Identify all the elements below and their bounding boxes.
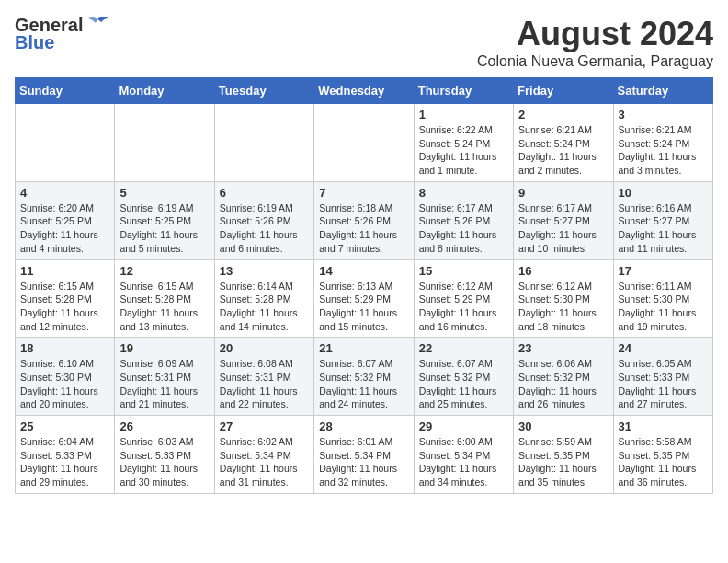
calendar-week-row: 25Sunrise: 6:04 AM Sunset: 5:33 PM Dayli… bbox=[16, 416, 713, 494]
day-info: Sunrise: 6:11 AM Sunset: 5:30 PM Dayligh… bbox=[619, 280, 708, 334]
calendar-cell: 20Sunrise: 6:08 AM Sunset: 5:31 PM Dayli… bbox=[214, 338, 313, 416]
day-number: 6 bbox=[220, 186, 309, 200]
weekday-header-wednesday: Wednesday bbox=[314, 78, 414, 104]
calendar-week-row: 18Sunrise: 6:10 AM Sunset: 5:30 PM Dayli… bbox=[16, 338, 713, 416]
day-info: Sunrise: 6:00 AM Sunset: 5:34 PM Dayligh… bbox=[419, 435, 508, 489]
day-number: 20 bbox=[220, 341, 309, 355]
day-number: 13 bbox=[220, 264, 309, 278]
day-number: 11 bbox=[20, 264, 109, 278]
day-info: Sunrise: 6:17 AM Sunset: 5:26 PM Dayligh… bbox=[419, 201, 508, 256]
day-info: Sunrise: 6:16 AM Sunset: 5:27 PM Dayligh… bbox=[619, 201, 708, 256]
day-info: Sunrise: 6:06 AM Sunset: 5:32 PM Dayligh… bbox=[518, 357, 608, 411]
weekday-header-saturday: Saturday bbox=[613, 78, 712, 104]
day-info: Sunrise: 6:22 AM Sunset: 5:24 PM Dayligh… bbox=[419, 123, 508, 178]
calendar-cell: 28Sunrise: 6:01 AM Sunset: 5:34 PM Dayli… bbox=[314, 416, 414, 494]
day-info: Sunrise: 6:13 AM Sunset: 5:29 PM Dayligh… bbox=[319, 280, 408, 334]
day-info: Sunrise: 6:15 AM Sunset: 5:28 PM Dayligh… bbox=[119, 280, 209, 334]
calendar-cell: 9Sunrise: 6:17 AM Sunset: 5:27 PM Daylig… bbox=[514, 181, 613, 259]
day-number: 8 bbox=[419, 186, 508, 200]
day-number: 4 bbox=[20, 186, 109, 200]
logo-blue-text: Blue bbox=[15, 32, 54, 53]
day-number: 18 bbox=[20, 341, 109, 355]
page-header: General Blue August 2024 Colonia Nueva G… bbox=[15, 15, 713, 70]
calendar-cell: 10Sunrise: 6:16 AM Sunset: 5:27 PM Dayli… bbox=[613, 181, 712, 259]
logo: General Blue bbox=[15, 15, 110, 53]
calendar-cell: 4Sunrise: 6:20 AM Sunset: 5:25 PM Daylig… bbox=[16, 181, 115, 259]
calendar-cell: 26Sunrise: 6:03 AM Sunset: 5:33 PM Dayli… bbox=[115, 416, 214, 494]
calendar-week-row: 4Sunrise: 6:20 AM Sunset: 5:25 PM Daylig… bbox=[16, 181, 713, 259]
day-number: 19 bbox=[119, 341, 209, 355]
day-number: 5 bbox=[119, 186, 209, 200]
day-info: Sunrise: 6:20 AM Sunset: 5:25 PM Dayligh… bbox=[20, 201, 109, 256]
day-number: 29 bbox=[419, 419, 508, 433]
calendar-table: SundayMondayTuesdayWednesdayThursdayFrid… bbox=[15, 77, 713, 494]
weekday-header-monday: Monday bbox=[115, 78, 214, 104]
calendar-cell: 2Sunrise: 6:21 AM Sunset: 5:24 PM Daylig… bbox=[514, 104, 613, 182]
day-info: Sunrise: 6:08 AM Sunset: 5:31 PM Dayligh… bbox=[220, 357, 309, 411]
title-block: August 2024 Colonia Nueva Germania, Para… bbox=[477, 15, 713, 70]
calendar-cell: 15Sunrise: 6:12 AM Sunset: 5:29 PM Dayli… bbox=[414, 259, 513, 338]
day-info: Sunrise: 6:17 AM Sunset: 5:27 PM Dayligh… bbox=[518, 201, 608, 256]
calendar-cell: 3Sunrise: 6:21 AM Sunset: 5:24 PM Daylig… bbox=[613, 104, 712, 182]
day-number: 31 bbox=[619, 419, 708, 433]
day-number: 2 bbox=[518, 108, 608, 121]
day-info: Sunrise: 6:15 AM Sunset: 5:28 PM Dayligh… bbox=[20, 280, 109, 334]
calendar-cell: 16Sunrise: 6:12 AM Sunset: 5:30 PM Dayli… bbox=[514, 259, 613, 338]
day-number: 16 bbox=[518, 264, 608, 278]
calendar-cell: 23Sunrise: 6:06 AM Sunset: 5:32 PM Dayli… bbox=[514, 338, 613, 416]
weekday-header-sunday: Sunday bbox=[16, 78, 115, 104]
day-number: 17 bbox=[619, 264, 708, 278]
calendar-cell: 31Sunrise: 5:58 AM Sunset: 5:35 PM Dayli… bbox=[613, 416, 712, 494]
day-info: Sunrise: 6:02 AM Sunset: 5:34 PM Dayligh… bbox=[220, 435, 309, 489]
calendar-cell: 19Sunrise: 6:09 AM Sunset: 5:31 PM Dayli… bbox=[115, 338, 214, 416]
day-number: 25 bbox=[20, 419, 109, 433]
calendar-cell: 27Sunrise: 6:02 AM Sunset: 5:34 PM Dayli… bbox=[214, 416, 313, 494]
weekday-header-thursday: Thursday bbox=[414, 78, 513, 104]
day-number: 28 bbox=[319, 419, 408, 433]
day-info: Sunrise: 6:04 AM Sunset: 5:33 PM Dayligh… bbox=[20, 435, 109, 489]
calendar-week-row: 11Sunrise: 6:15 AM Sunset: 5:28 PM Dayli… bbox=[16, 259, 713, 338]
day-info: Sunrise: 5:58 AM Sunset: 5:35 PM Dayligh… bbox=[619, 435, 708, 489]
weekday-header-row: SundayMondayTuesdayWednesdayThursdayFrid… bbox=[16, 78, 713, 104]
calendar-cell: 6Sunrise: 6:19 AM Sunset: 5:26 PM Daylig… bbox=[214, 181, 313, 259]
day-number: 27 bbox=[220, 419, 309, 433]
calendar-cell: 22Sunrise: 6:07 AM Sunset: 5:32 PM Dayli… bbox=[414, 338, 513, 416]
month-year-title: August 2024 bbox=[477, 15, 713, 53]
day-number: 7 bbox=[319, 186, 408, 200]
day-info: Sunrise: 6:14 AM Sunset: 5:28 PM Dayligh… bbox=[220, 280, 309, 334]
day-info: Sunrise: 6:19 AM Sunset: 5:25 PM Dayligh… bbox=[119, 201, 209, 256]
day-info: Sunrise: 6:05 AM Sunset: 5:33 PM Dayligh… bbox=[619, 357, 708, 411]
calendar-cell: 30Sunrise: 5:59 AM Sunset: 5:35 PM Dayli… bbox=[514, 416, 613, 494]
calendar-cell: 12Sunrise: 6:15 AM Sunset: 5:28 PM Dayli… bbox=[115, 259, 214, 338]
calendar-cell: 5Sunrise: 6:19 AM Sunset: 5:25 PM Daylig… bbox=[115, 181, 214, 259]
location-subtitle: Colonia Nueva Germania, Paraguay bbox=[477, 53, 713, 70]
calendar-cell bbox=[16, 104, 115, 182]
logo-bird-icon bbox=[85, 16, 110, 36]
day-info: Sunrise: 6:12 AM Sunset: 5:29 PM Dayligh… bbox=[419, 280, 508, 334]
day-info: Sunrise: 6:01 AM Sunset: 5:34 PM Dayligh… bbox=[319, 435, 408, 489]
calendar-cell: 7Sunrise: 6:18 AM Sunset: 5:26 PM Daylig… bbox=[314, 181, 414, 259]
day-number: 30 bbox=[518, 419, 608, 433]
calendar-cell: 8Sunrise: 6:17 AM Sunset: 5:26 PM Daylig… bbox=[414, 181, 513, 259]
calendar-cell: 13Sunrise: 6:14 AM Sunset: 5:28 PM Dayli… bbox=[214, 259, 313, 338]
day-number: 15 bbox=[419, 264, 508, 278]
calendar-cell: 1Sunrise: 6:22 AM Sunset: 5:24 PM Daylig… bbox=[414, 104, 513, 182]
day-info: Sunrise: 6:07 AM Sunset: 5:32 PM Dayligh… bbox=[319, 357, 408, 411]
calendar-week-row: 1Sunrise: 6:22 AM Sunset: 5:24 PM Daylig… bbox=[16, 104, 713, 182]
day-number: 22 bbox=[419, 341, 508, 355]
calendar-cell bbox=[314, 104, 414, 182]
calendar-cell bbox=[214, 104, 313, 182]
day-info: Sunrise: 6:07 AM Sunset: 5:32 PM Dayligh… bbox=[419, 357, 508, 411]
weekday-header-tuesday: Tuesday bbox=[214, 78, 313, 104]
day-info: Sunrise: 6:18 AM Sunset: 5:26 PM Dayligh… bbox=[319, 201, 408, 256]
calendar-cell: 21Sunrise: 6:07 AM Sunset: 5:32 PM Dayli… bbox=[314, 338, 414, 416]
day-info: Sunrise: 6:09 AM Sunset: 5:31 PM Dayligh… bbox=[119, 357, 209, 411]
calendar-cell: 14Sunrise: 6:13 AM Sunset: 5:29 PM Dayli… bbox=[314, 259, 414, 338]
day-info: Sunrise: 6:21 AM Sunset: 5:24 PM Dayligh… bbox=[518, 123, 608, 178]
calendar-cell bbox=[115, 104, 214, 182]
day-number: 26 bbox=[119, 419, 209, 433]
calendar-cell: 24Sunrise: 6:05 AM Sunset: 5:33 PM Dayli… bbox=[613, 338, 712, 416]
day-info: Sunrise: 6:21 AM Sunset: 5:24 PM Dayligh… bbox=[619, 123, 708, 178]
calendar-cell: 29Sunrise: 6:00 AM Sunset: 5:34 PM Dayli… bbox=[414, 416, 513, 494]
calendar-cell: 17Sunrise: 6:11 AM Sunset: 5:30 PM Dayli… bbox=[613, 259, 712, 338]
